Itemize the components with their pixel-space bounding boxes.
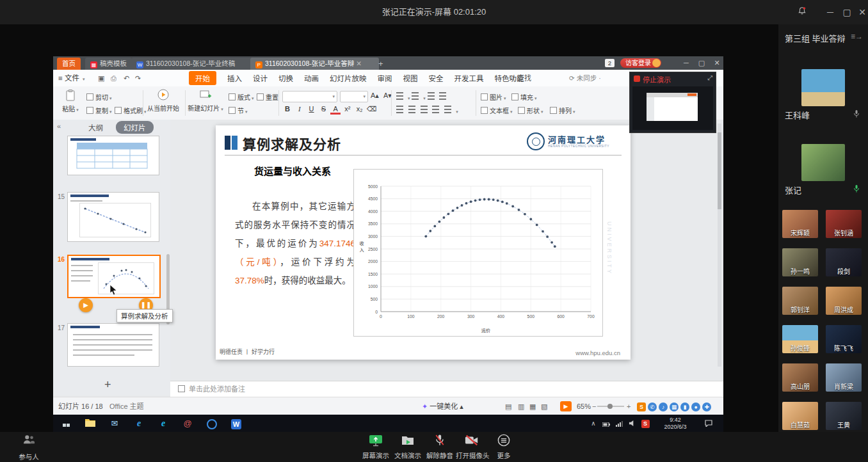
sogou-toolbar[interactable]: S✆♪▦▮●✚ — [637, 397, 713, 415]
align-center-icon[interactable] — [408, 106, 415, 113]
indent-increase-icon[interactable] — [439, 92, 446, 100]
textbox-button[interactable]: 文本框▾ — [481, 106, 513, 115]
maximize-button[interactable]: ▢ — [839, 0, 855, 24]
video-tile[interactable]: 孙一鸣 — [782, 248, 818, 276]
play-from-current-button[interactable]: 从当前开始 — [145, 89, 181, 113]
notes-bar[interactable]: 单击此处添加备注 — [170, 381, 723, 397]
action-center-icon[interactable] — [702, 415, 715, 432]
menu-transition[interactable]: 切换 — [278, 73, 293, 83]
arrange-button[interactable]: 排列▾ — [550, 106, 575, 115]
normal-view-icon[interactable]: ▥ — [518, 397, 524, 415]
copy-button[interactable]: 复制▾ — [86, 106, 112, 115]
chart-icon[interactable]: ▮ — [680, 402, 689, 411]
lock-icon[interactable]: ● — [691, 402, 700, 411]
video-tile[interactable]: 宋辉颖 — [782, 210, 818, 238]
video-tile[interactable]: 周洪成 — [826, 287, 862, 315]
wps-home-tab[interactable]: 首页 — [57, 58, 81, 70]
wps-docer-tab[interactable]: ▦稿壳模板 — [85, 58, 132, 70]
slide-thumbnail-14[interactable] — [67, 136, 159, 175]
tab-close-icon[interactable]: ✕ — [356, 60, 362, 67]
underline-button[interactable]: U — [307, 105, 317, 113]
expand-icon[interactable]: ⤢ — [707, 74, 712, 82]
menu-insert[interactable]: 插入 — [227, 73, 242, 83]
subscript-button[interactable]: x₂ — [355, 105, 365, 113]
menu-design[interactable]: 设计 — [253, 73, 268, 83]
wps-app-icon[interactable]: W — [229, 415, 244, 432]
close-button[interactable]: ✕ — [854, 0, 868, 24]
screen-share-button[interactable]: 屏幕演示 — [360, 434, 392, 460]
stop-share-button[interactable]: 停止演示 — [643, 74, 671, 84]
video-tile[interactable]: 王黄 — [826, 402, 862, 430]
mic-icon[interactable]: ♪ — [659, 402, 668, 411]
redo-icon[interactable]: ↷ — [135, 70, 141, 86]
video-tile-featured[interactable] — [801, 69, 845, 106]
video-tile[interactable]: 段剑 — [826, 248, 862, 276]
add-slide-button[interactable]: + — [104, 378, 111, 392]
bell-icon[interactable] — [794, 0, 810, 24]
wps-restore-button[interactable]: ▢ — [695, 56, 709, 70]
menu-home[interactable]: 开始 — [189, 71, 216, 85]
video-tile[interactable]: 陈飞飞 — [826, 325, 862, 353]
keyboard-icon[interactable]: ▦ — [670, 402, 679, 411]
video-tile[interactable]: 肖新梁 — [826, 363, 862, 392]
zoom-in-button[interactable]: + — [627, 397, 631, 415]
bold-button[interactable]: B — [282, 105, 293, 113]
video-tile[interactable]: 白慧茹 — [782, 402, 818, 430]
battery-icon[interactable] — [601, 415, 611, 432]
start-button[interactable] — [58, 415, 74, 432]
strikethrough-button[interactable]: S — [318, 105, 328, 113]
new-slide-button[interactable]: 新建幻灯片▾ — [188, 89, 223, 113]
align-left-icon[interactable] — [396, 106, 403, 113]
search-box[interactable]: 查找 — [509, 70, 531, 86]
ime-tray-icon[interactable]: S — [639, 415, 651, 432]
tab-count-badge[interactable]: 2 — [605, 59, 615, 67]
notes-toggle-icon[interactable]: ▤ — [505, 397, 511, 415]
visitor-login-button[interactable]: 访客登录 — [620, 58, 661, 68]
camera-on-button[interactable]: 打开摄像头 — [456, 434, 488, 460]
wps-doc2-tab-active[interactable]: P311602030108-张记-毕业答辩 ✕ — [250, 58, 379, 70]
numbered-list-icon[interactable] — [412, 92, 419, 100]
menu-slideshow[interactable]: 幻灯片放映 — [330, 73, 367, 83]
decrease-font-button[interactable]: A▾ — [383, 92, 392, 100]
line-spacing-icon[interactable] — [444, 106, 451, 113]
ie-icon[interactable]: e — [156, 415, 171, 432]
shape-button[interactable]: 形状▾ — [518, 106, 543, 115]
sidebar-collapse-icon[interactable]: ≡→ — [851, 32, 863, 41]
tray-expand-icon[interactable]: ∧ — [588, 415, 599, 432]
paste-button[interactable]: 粘贴▾ — [58, 90, 83, 113]
clear-format-button[interactable]: ⌫ — [366, 105, 376, 113]
slide-thumbnail-15[interactable] — [67, 192, 159, 242]
video-tile[interactable]: 郭钊洋 — [782, 287, 818, 315]
file-menu[interactable]: ≡ 文件 ▾ — [58, 70, 85, 86]
phone-icon[interactable]: ✆ — [648, 402, 657, 411]
minimize-button[interactable]: ─ — [822, 0, 839, 24]
reading-view-icon[interactable]: ▧ — [541, 397, 547, 415]
participants-button[interactable]: 参与人 — [13, 434, 45, 461]
italic-button[interactable]: I — [294, 105, 305, 113]
panel-collapse-icon[interactable]: « — [57, 122, 61, 130]
menu-review[interactable]: 审阅 — [378, 73, 392, 83]
clock[interactable]: 9:422020/6/3 — [655, 417, 696, 430]
mic-muted-icon[interactable] — [853, 109, 860, 121]
wps-minimize-button[interactable]: ─ — [679, 56, 693, 70]
network-icon[interactable] — [614, 415, 624, 432]
slide-sorter-icon[interactable]: ▦ — [529, 397, 536, 415]
wps-close-button[interactable]: ✕ — [710, 56, 724, 70]
font-family-select[interactable]: ▾ — [282, 91, 337, 102]
unmute-button[interactable]: 解除静音 — [424, 434, 456, 460]
mic-active-icon[interactable] — [853, 184, 860, 196]
media-app-icon[interactable]: @ — [180, 415, 195, 432]
beautify-button[interactable]: ✦ 一键美化 ▴ — [422, 397, 463, 415]
edge-icon[interactable]: e — [131, 415, 147, 432]
menu-animation[interactable]: 动画 — [304, 73, 319, 83]
save-icon[interactable]: ▣ — [98, 70, 104, 86]
video-tile[interactable]: 孙俊锋 — [782, 325, 818, 353]
video-tile[interactable]: 张钊涵 — [826, 210, 862, 238]
slide-canvas[interactable]: 算例求解及分析 河南理工大学 HENAN POLYTECHNIC UNIVERS… — [216, 125, 631, 360]
increase-font-button[interactable]: A▴ — [371, 92, 379, 100]
new-tab-button[interactable]: + — [378, 58, 383, 70]
file-explorer-icon[interactable] — [83, 415, 98, 432]
indent-decrease-icon[interactable] — [428, 92, 435, 100]
mail-icon[interactable]: ✉ — [107, 415, 122, 432]
video-tile-featured[interactable] — [801, 144, 845, 181]
